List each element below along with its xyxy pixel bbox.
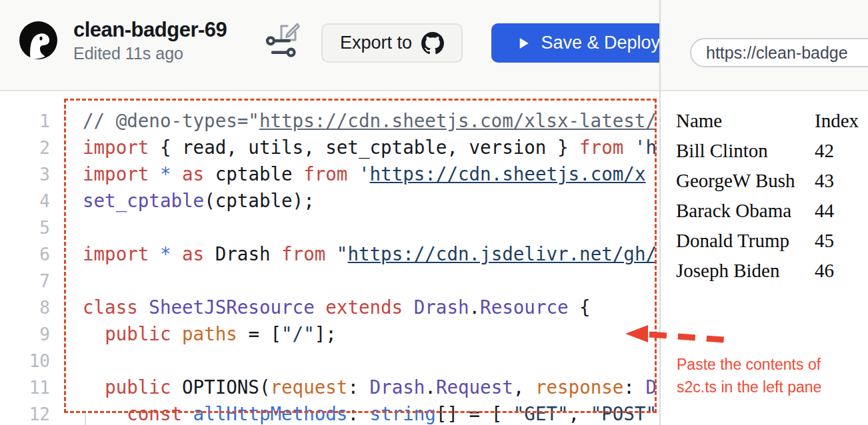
workflow-icon[interactable] — [265, 36, 297, 57]
cell-index: 42 — [815, 136, 859, 166]
table-row: Bill Clinton42 — [676, 136, 859, 166]
deno-logo — [19, 21, 57, 59]
project-edit-controls[interactable] — [265, 20, 301, 57]
play-icon — [519, 35, 529, 52]
code-line: 5 — [0, 214, 659, 240]
github-icon — [421, 32, 444, 55]
line-number: 7 — [0, 268, 50, 294]
cell-index: 44 — [815, 196, 859, 226]
cell-name: Bill Clinton — [676, 136, 815, 166]
save-button-label: Save & Deploy — [541, 33, 660, 53]
table-row: Donald Trump45 — [676, 226, 859, 256]
playground-page: clean-badger-69 Edited 11s ago Export to — [0, 0, 868, 425]
table-header-row: Name Index — [676, 106, 859, 136]
table-header-name: Name — [676, 106, 815, 136]
line-number: 2 — [0, 135, 50, 161]
code-line: 8class SheetJSResource extends Drash.Res… — [0, 294, 659, 320]
line-number: 5 — [0, 214, 50, 241]
line-number: 10 — [0, 348, 50, 374]
code-line: 7 — [0, 267, 659, 294]
code-line: 2import { read, utils, set_cptable, vers… — [0, 134, 659, 161]
annotation-line-1: Paste the contents of — [677, 353, 821, 376]
line-number: 6 — [0, 241, 50, 268]
cell-index: 46 — [815, 256, 859, 286]
code-line: 9 public paths = ["/"]; — [0, 320, 659, 347]
code-line: 10 — [0, 347, 659, 374]
code-line: 12 const allHttpMethods: string[] = [ "G… — [0, 400, 659, 425]
page-title: clean-badger-69 — [73, 18, 227, 42]
line-number: 1 — [0, 108, 50, 135]
code-line: 11 public OPTIONS(request: Drash.Request… — [0, 374, 659, 400]
export-button-label: Export to — [340, 33, 412, 53]
code-line: 3import * as cptable from 'https://cdn.s… — [0, 161, 659, 187]
save-deploy-button[interactable]: Save & Deploy — [491, 23, 660, 63]
export-to-github-button[interactable]: Export to — [321, 23, 463, 63]
cell-index: 43 — [815, 166, 859, 196]
cell-name: Donald Trump — [676, 226, 815, 256]
line-number: 8 — [0, 294, 50, 321]
project-title-block: clean-badger-69 Edited 11s ago — [73, 18, 227, 63]
annotation-note: Paste the contents of s2c.ts in the left… — [677, 353, 821, 398]
line-number: 12 — [0, 401, 50, 425]
code-line: 4set_cptable(cptable); — [0, 187, 659, 214]
cell-name: Barack Obama — [676, 196, 815, 226]
line-number: 9 — [0, 321, 50, 348]
table-header-index: Index — [815, 106, 859, 136]
presidents-table: Name Index Bill Clinton42GeorgeW Bush43B… — [676, 106, 859, 286]
line-number: 4 — [0, 188, 50, 214]
annotation-line-2: s2c.ts in the left pane — [677, 376, 821, 398]
cell-name: GeorgeW Bush — [676, 166, 815, 196]
code-lines: 1// @deno-types="https://cdn.sheetjs.com… — [0, 107, 659, 425]
cell-index: 45 — [815, 226, 859, 256]
cell-name: Joseph Biden — [676, 256, 815, 286]
code-line: 6import * as Drash from "https://cdn.jsd… — [0, 240, 659, 267]
line-number: 11 — [0, 374, 50, 401]
code-editor[interactable]: 1// @deno-types="https://cdn.sheetjs.com… — [0, 93, 659, 425]
header-bar: clean-badger-69 Edited 11s ago Export to — [0, 0, 868, 91]
table-row: GeorgeW Bush43 — [676, 166, 859, 196]
edited-timestamp: Edited 11s ago — [73, 44, 227, 63]
line-number: 3 — [0, 161, 50, 188]
deployment-url-input[interactable] — [690, 38, 868, 67]
table-row: Barack Obama44 — [676, 196, 859, 226]
code-line: 1// @deno-types="https://cdn.sheetjs.com… — [0, 107, 659, 134]
table-row: Joseph Biden46 — [676, 256, 859, 286]
